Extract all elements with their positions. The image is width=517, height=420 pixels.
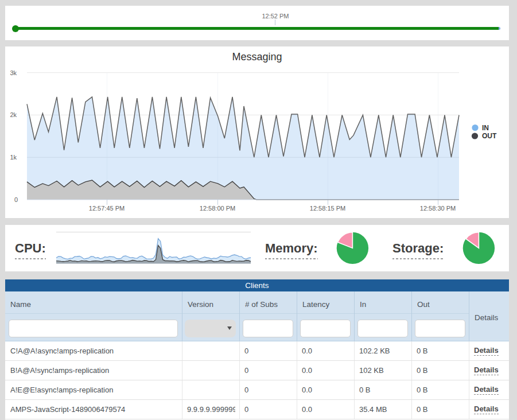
svg-text:12:58:30 PM: 12:58:30 PM [420,205,456,212]
svg-text:3k: 3k [10,69,17,76]
svg-text:1k: 1k [10,154,17,161]
svg-text:12:58:00 PM: 12:58:00 PM [200,205,235,212]
svg-text:OUT: OUT [482,132,497,140]
svg-text:IN: IN [482,124,489,132]
svg-text:2k: 2k [10,111,17,118]
svg-text:12:57:45 PM: 12:57:45 PM [89,205,125,212]
svg-text:12:58:15 PM: 12:58:15 PM [310,205,345,212]
svg-text:Messaging: Messaging [232,51,282,63]
svg-text:0: 0 [14,196,18,203]
